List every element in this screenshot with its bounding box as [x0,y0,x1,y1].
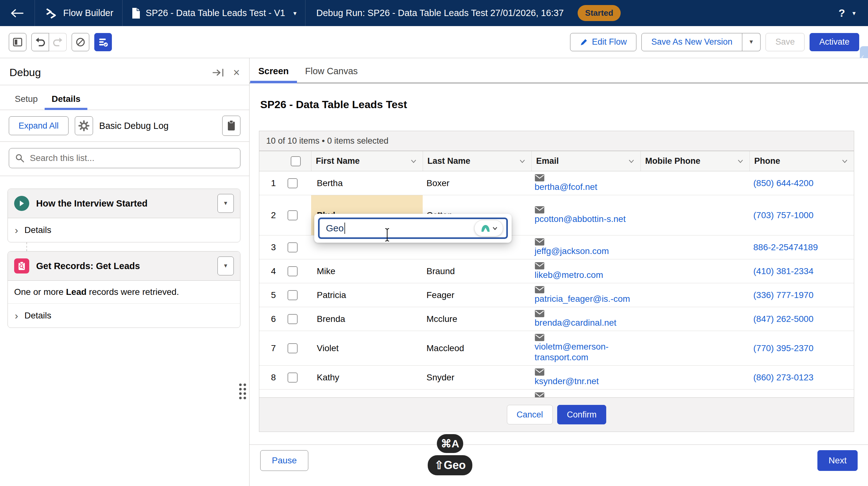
card-menu-button[interactable]: ▼ [217,194,234,213]
redo-icon [53,37,63,48]
email-link[interactable]: bertha@fcof.net [534,182,597,192]
expand-all-button[interactable]: Expand All [9,116,68,135]
column-header-last-name[interactable]: Last Name [423,151,531,171]
clipboard-icon [226,120,236,131]
row-number: 1 [259,175,287,191]
row-number: 5 [259,287,287,303]
email-link[interactable]: violetm@emerson-transport.com [534,342,609,362]
app-title: Flow Builder [63,8,114,18]
cancel-button[interactable]: Cancel [507,405,553,424]
table-column-headers: First Name Last Name Email Mobile Phone [259,151,854,171]
activate-button[interactable]: Activate [810,33,859,51]
panel-resize-handle[interactable] [239,384,247,400]
card-menu-button[interactable]: ▼ [217,256,234,275]
autofill-extension-icon [480,223,491,233]
disable-elements-button[interactable] [72,33,89,51]
cell-last-name: Braund [423,264,531,279]
row-checkbox[interactable] [287,242,298,252]
toggle-panel-button[interactable] [9,33,26,51]
pencil-icon [580,38,588,46]
next-button[interactable]: Next [817,450,858,471]
tab-setup[interactable]: Setup [8,88,44,110]
column-header-email[interactable]: Email [531,151,641,171]
close-panel-button[interactable]: × [233,67,240,78]
flow-builder-window: Flow Builder SP26 - Data Table Leads Tes… [0,0,868,486]
row-checkbox[interactable] [287,372,298,383]
search-input[interactable] [9,148,240,168]
tab-screen[interactable]: Screen [250,60,297,83]
row-checkbox[interactable] [287,314,298,324]
save-as-new-version-button[interactable]: Save As New Version [642,33,742,51]
pause-button[interactable]: Pause [260,450,308,471]
table-row: 6 Brenda Mcclure brenda@cardinal.net (84… [259,307,854,331]
debug-log-button[interactable] [94,33,112,51]
email-icon [534,206,545,214]
confirm-button[interactable]: Confirm [557,405,607,424]
email-link[interactable]: likeb@metro.com [534,270,603,280]
details-expander[interactable]: › Details [8,218,240,242]
row-checkbox[interactable] [287,290,298,300]
cell-email: brenda@cardinal.net [531,307,641,331]
cell-phone: (860) 273-0123 [749,370,854,386]
back-button[interactable] [0,0,35,26]
debug-screen-area: Screen Flow Canvas SP26 - Data Table Lea… [250,58,868,486]
phone-link[interactable]: (850) 644-4200 [753,178,813,188]
details-label: Details [25,311,52,321]
flow-version-tab[interactable]: SP26 - Data Table Leads Test - V1 ▾ [123,0,306,26]
edit-flow-button[interactable]: Edit Flow [570,33,637,51]
tab-flow-canvas[interactable]: Flow Canvas [297,60,366,83]
card-title: How the Interview Started [36,199,148,209]
phone-link[interactable]: (847) 262-5000 [753,314,813,324]
phone-link[interactable]: (703) 757-1000 [753,210,813,220]
dock-panel-icon[interactable] [212,68,224,77]
phone-link[interactable]: (336) 777-1970 [753,290,813,300]
email-link[interactable]: jeffg@jackson.com [534,246,609,256]
help-menu[interactable]: ? ▾ [838,7,868,19]
debug-log-settings-button[interactable] [75,116,93,135]
email-link[interactable]: ksynder@tnr.net [534,376,599,386]
phone-link[interactable]: (860) 273-0123 [753,372,813,382]
flow-toolbar: Edit Flow Save As New Version ▼ Save Act… [0,26,868,58]
phone-link[interactable]: (410) 381-2334 [753,266,813,276]
help-icon: ? [838,7,845,19]
row-number: 8 [259,370,287,386]
inline-edit-input[interactable]: Geo [318,217,508,239]
save-button[interactable]: Save [766,33,805,51]
chevron-right-icon: › [15,225,18,235]
redo-button[interactable] [49,33,67,51]
email-link[interactable]: patricia_feager@is.-com [534,294,630,304]
cell-phone: (336) 777-1970 [749,287,854,303]
column-header-first-name[interactable]: First Name [311,151,423,171]
undo-button[interactable] [31,33,49,51]
cell-email: patricia_feager@is.-com [531,283,641,307]
row-checkbox[interactable] [287,266,298,276]
row-number: 4 [259,264,287,279]
email-link[interactable]: pcotton@abbottin-s.net [534,214,626,224]
column-header-mobile-phone[interactable]: Mobile Phone [641,151,749,171]
row-checkbox[interactable] [287,178,298,188]
screen-title: SP26 - Data Table Leads Test [260,98,407,111]
table-row: 9 Tom James tom.james@delphi.-chemicals.… [259,390,854,398]
cell-first-name: Mike [311,260,423,283]
footer-divider [250,445,868,445]
select-all-checkbox[interactable] [291,156,301,166]
email-link[interactable]: brenda@cardinal.net [534,318,616,328]
row-checkbox[interactable] [287,343,298,353]
cell-phone: (847) 262-5000 [749,311,854,327]
save-label: Save [775,37,795,47]
email-icon [534,262,545,270]
tab-details[interactable]: Details [44,88,87,110]
ban-icon [75,37,86,47]
copy-log-button[interactable] [222,116,240,136]
column-header-phone[interactable]: Phone [749,151,854,171]
debug-panel-title: Debug [9,66,41,79]
phone-link[interactable]: (770) 395-2370 [753,343,813,353]
cell-mobile-phone [641,213,749,218]
details-expander[interactable]: › Details [8,304,240,328]
autofill-extension-button[interactable] [474,220,503,236]
phone-link[interactable]: 886-2-25474189 [753,242,818,252]
row-checkbox[interactable] [287,210,298,220]
chevron-down-icon [628,159,635,163]
save-as-caret-button[interactable]: ▼ [742,33,761,51]
caret-down-icon: ▼ [223,263,228,269]
